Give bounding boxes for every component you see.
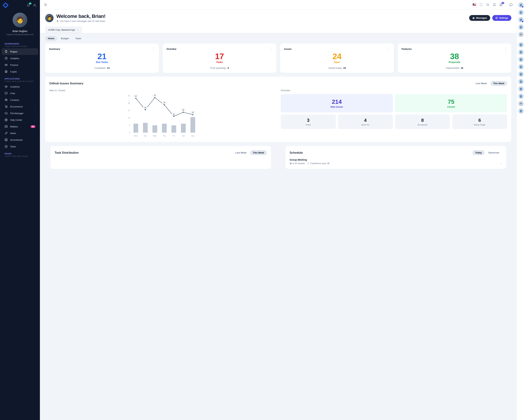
user-avatar[interactable]: 🧑	[13, 13, 27, 27]
chevron-right-icon[interactable]	[499, 162, 502, 165]
svg-text:27: 27	[128, 110, 130, 112]
seg-last-week[interactable]: Last Week	[233, 150, 249, 155]
svg-rect-31	[143, 123, 148, 133]
sidebar-item-academy[interactable]: Academy	[2, 83, 38, 90]
sidebar-item-ecommerce[interactable]: ECommerce›	[2, 103, 38, 110]
hero-avatar: 🧑	[45, 14, 54, 22]
tab-team[interactable]: Team	[73, 36, 84, 41]
svg-text:36: 36	[128, 102, 130, 104]
contact-avatar[interactable]: 👤	[518, 108, 524, 113]
svg-point-14	[5, 145, 7, 148]
nav-label: Chat	[10, 92, 15, 95]
seg-today[interactable]: Today	[472, 150, 485, 155]
svg-point-3	[6, 65, 7, 65]
nav-label: Tasks	[10, 145, 16, 148]
sidebar-item-chat[interactable]: Chat	[2, 90, 38, 97]
nav-group-sub: Custom made page designs	[2, 155, 38, 158]
github-panel: Github Issues Summary Last WeekThis Week…	[45, 77, 511, 142]
card-label: Tasks	[167, 61, 273, 64]
inbox-icon[interactable]: 5	[499, 3, 503, 7]
card-menu-icon[interactable]: ⋮	[152, 47, 155, 51]
github-chart: 0918273645MonTueWedThuFriSatSun422843342…	[49, 94, 276, 138]
contact-avatar[interactable]: 👤	[518, 72, 524, 77]
contact-avatar[interactable]: 👤	[518, 17, 524, 22]
chat-icon[interactable]	[509, 3, 513, 7]
svg-text:28: 28	[144, 107, 146, 108]
sidebar-item-contacts[interactable]: Contacts	[2, 97, 38, 103]
cart-icon	[5, 105, 8, 108]
nav-label: Academy	[10, 85, 19, 88]
card-title: Issues	[284, 48, 292, 50]
check-icon	[5, 145, 8, 148]
card-menu-icon[interactable]: ⋮	[269, 47, 272, 51]
card-title: Summary	[49, 48, 60, 50]
contact-avatar[interactable]: 👤	[518, 42, 524, 47]
svg-point-59	[308, 163, 309, 163]
svg-text:18: 18	[128, 117, 130, 119]
contact-avatar[interactable]: M	[518, 101, 524, 106]
sidebar-item-notes[interactable]: Notes	[2, 130, 38, 137]
notif-badge: 3	[29, 2, 31, 5]
contact-avatar[interactable]: 👤	[518, 25, 524, 30]
sidebar-item-tasks[interactable]: Tasks	[2, 143, 38, 150]
card-menu-icon[interactable]: ⋮	[387, 47, 390, 51]
sidebar-item-scrumboard[interactable]: Scrumboard	[2, 137, 38, 143]
stat-card-features: Features⋮38ProposalsImplemented: 16	[398, 44, 512, 73]
svg-rect-30	[133, 124, 138, 133]
sidebar-item-finance[interactable]: Finance	[2, 62, 38, 68]
sidebar-item-project[interactable]: Project	[2, 48, 38, 55]
sidebar-item-crypto[interactable]: Crypto	[2, 68, 38, 75]
contact-avatar[interactable]: 👤	[518, 64, 524, 69]
svg-text:42: 42	[135, 95, 137, 97]
tab-budget[interactable]: Budget	[58, 36, 72, 41]
card-label: Open	[284, 61, 390, 64]
contact-avatar[interactable]: 👤	[518, 79, 524, 84]
card-menu-icon[interactable]: ⋮	[504, 47, 507, 51]
sidebar-item-mailbox[interactable]: Mailbox27	[2, 123, 38, 130]
contact-avatar[interactable]: 👤	[518, 57, 524, 62]
app-selector[interactable]: ACME Corp. Backend App	[45, 27, 82, 33]
sidebar-item-help-center[interactable]: Help Center›	[2, 117, 38, 123]
seg-this-week[interactable]: This Week	[490, 81, 507, 86]
messages-button[interactable]: Messages	[469, 15, 490, 21]
inbox-badge: 5	[502, 2, 504, 4]
card-value: 21	[49, 52, 155, 60]
nav-label: File Manager	[10, 112, 23, 115]
overview-tile: 214New Issues	[281, 94, 393, 112]
schedule-title: Schedule	[290, 151, 303, 155]
users-icon	[5, 98, 8, 102]
card-value: 38	[402, 52, 508, 60]
nav-label: Finance	[10, 64, 18, 66]
search-icon[interactable]	[486, 3, 489, 7]
contact-avatar[interactable]: 👤	[518, 10, 524, 15]
seg-this-week[interactable]: This Week	[250, 150, 267, 155]
overview-small-tile: 6Needs Triage	[452, 114, 507, 129]
seg-tomorrow[interactable]: Tomorrow	[485, 150, 502, 155]
sidebar-item-file-manager[interactable]: File Manager	[2, 110, 38, 117]
contact-avatar[interactable]: 👤	[518, 86, 524, 92]
contact-avatar[interactable]: 👤	[518, 94, 524, 99]
task-distribution-panel: Task Distribution Last WeekThis Week	[50, 146, 271, 169]
logo-icon	[3, 2, 9, 8]
contact-avatar[interactable]: M	[518, 32, 524, 37]
svg-text:43: 43	[154, 94, 156, 96]
schedule-event: Group Meeting	[290, 158, 502, 161]
user-status-icon[interactable]	[33, 3, 36, 7]
sidebar-item-analytics[interactable]: Analytics	[2, 55, 38, 62]
svg-point-16	[496, 18, 497, 18]
menu-toggle-icon[interactable]	[44, 3, 47, 7]
svg-text:34: 34	[163, 102, 165, 103]
contact-avatar[interactable]: 👤	[518, 2, 524, 8]
tab-home[interactable]: Home	[45, 36, 57, 41]
contact-avatar[interactable]: 👤	[518, 49, 524, 55]
cash-icon	[5, 63, 8, 66]
seg-last-week[interactable]: Last Week	[473, 81, 490, 86]
card-title: Features	[402, 48, 412, 50]
notifications-icon[interactable]: 3	[27, 3, 30, 7]
bookmark-icon[interactable]	[493, 3, 496, 7]
nav-group-sub: Custom made application designs	[2, 80, 38, 83]
settings-button[interactable]: Settings	[492, 15, 511, 21]
fullscreen-icon[interactable]	[479, 3, 483, 7]
flag-us-icon[interactable]	[473, 3, 476, 6]
svg-rect-2	[5, 64, 7, 66]
